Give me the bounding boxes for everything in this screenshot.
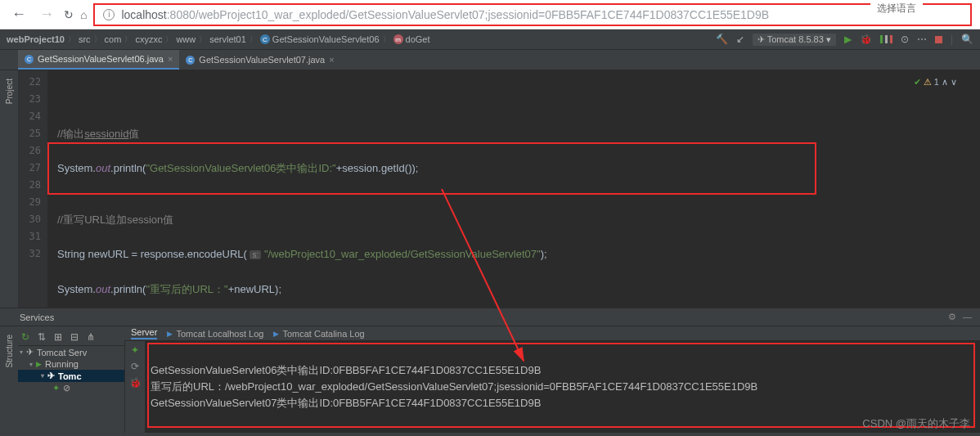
forward-button[interactable]: →	[36, 2, 57, 26]
tab-server[interactable]: Server	[131, 327, 157, 339]
language-selector[interactable]: 选择语言	[870, 0, 923, 17]
reload-button[interactable]: ↻	[64, 8, 74, 21]
url-text: localhost:8080/webProject10_war_exploded…	[121, 8, 769, 21]
sync-icon[interactable]: ↙	[736, 34, 744, 45]
update-icon[interactable]: ⟳	[131, 361, 139, 372]
services-tree: ↻ ⇅ ⊞ ⊟ ⋔ ▾ ✈ Tomcat Serv ▾ ▶ Running ▾ …	[18, 326, 124, 433]
ide-navbar: webProject10〉 src〉 com〉 cxyzxc〉 www〉 ser…	[0, 29, 980, 50]
toolwindow-stripe-left: Project	[0, 70, 18, 308]
line-gutter: 22 23 24 25 26 27 28 29 30 31 32	[18, 70, 47, 308]
services-panel: Services ⚙ — Structure ↻ ⇅ ⊞ ⊟ ⋔ ▾ ✈ Tom…	[0, 308, 980, 434]
editor-area: Project 22 23 24 25 26 27 28 29 30 31 32…	[0, 70, 980, 308]
run-config-selector[interactable]: ✈ Tomcat 8.5.83 ▾	[753, 34, 836, 46]
java-class-icon: C	[186, 56, 195, 65]
breadcrumb[interactable]: webProject10	[7, 34, 65, 44]
collapse-icon[interactable]: ⊟	[70, 331, 79, 343]
file-tab[interactable]: C GetSessionValueServlet06.java ×	[18, 50, 179, 70]
debug-icon[interactable]: 🐞	[129, 377, 142, 389]
url-bar[interactable]: i localhost:8080/webProject10_war_explod…	[93, 3, 972, 26]
tab-label: GetSessionValueServlet06.java	[38, 54, 164, 64]
build-icon[interactable]: 🔨	[716, 34, 728, 45]
close-icon[interactable]: ×	[168, 54, 173, 64]
filter-icon[interactable]: ⇅	[38, 331, 46, 343]
console-output[interactable]: GetSessionValueServlet06类中输出ID:0FBB5FAF1…	[146, 341, 980, 433]
method-icon: m	[393, 34, 403, 44]
back-button[interactable]: ←	[8, 2, 29, 26]
tab-catalina-log[interactable]: ▶Tomcat Catalina Log	[273, 329, 364, 339]
java-class-icon: C	[25, 55, 34, 64]
home-button[interactable]: ⌂	[80, 8, 87, 21]
output-tabs: Server ▶Tomcat Localhost Log ▶Tomcat Cat…	[124, 326, 980, 341]
run-button[interactable]: ▶	[844, 34, 852, 45]
ide-window: webProject10〉 src〉 com〉 cxyzxc〉 www〉 ser…	[0, 29, 980, 436]
browser-toolbar: ← → ↻ ⌂ i localhost:8080/webProject10_wa…	[0, 0, 980, 29]
search-icon[interactable]: 🔍	[961, 34, 973, 45]
tab-localhost-log[interactable]: ▶Tomcat Localhost Log	[167, 329, 263, 339]
minimize-icon[interactable]: —	[963, 312, 972, 322]
attach-button[interactable]: ⋯	[917, 34, 927, 45]
tab-label: GetSessionValueServlet07.java	[199, 55, 325, 65]
file-tab[interactable]: C GetSessionValueServlet07.java ×	[179, 50, 340, 70]
services-header[interactable]: Services ⚙ —	[0, 308, 980, 326]
profiler-button[interactable]: ⊙	[901, 34, 909, 45]
project-toolwindow-tab[interactable]: Project	[3, 74, 16, 109]
debug-button[interactable]: 🐞	[860, 34, 872, 45]
code-editor[interactable]: ✔ ⚠ 1 ∧ ∨ //输出sessionid值 System.out.prin…	[47, 70, 980, 308]
class-icon: C	[260, 34, 270, 44]
tree-node-leaf[interactable]: ✦ ⊘	[18, 382, 124, 394]
structure-toolwindow-tab[interactable]: Structure	[3, 330, 16, 373]
console-toolbar: ✦ ⟳ 🐞	[124, 341, 146, 433]
group-icon[interactable]: ⋔	[87, 331, 95, 343]
file-tabs: C GetSessionValueServlet06.java × C GetS…	[0, 50, 980, 70]
tree-node[interactable]: ▾ ✈ Tomcat Serv	[18, 346, 124, 358]
tree-node-selected[interactable]: ▾ ✈ Tomc	[18, 370, 124, 382]
inspection-badge[interactable]: ✔ ⚠ 1 ∧ ∨	[914, 74, 957, 91]
rerun-icon[interactable]: ↻	[21, 331, 29, 343]
expand-icon[interactable]: ⊞	[54, 331, 62, 343]
stop-button[interactable]	[935, 36, 942, 43]
close-icon[interactable]: ×	[329, 55, 334, 65]
site-info-icon[interactable]: i	[103, 9, 115, 20]
gear-icon[interactable]: ⚙	[948, 312, 956, 322]
watermark: CSDN @雨天的木子李	[862, 416, 970, 431]
tree-node[interactable]: ▾ ▶ Running	[18, 358, 124, 370]
run-icon[interactable]: ✦	[131, 344, 139, 356]
toolwindow-stripe-left: Structure	[0, 326, 18, 433]
divider: |	[951, 34, 953, 45]
coverage-button[interactable]	[880, 35, 892, 43]
